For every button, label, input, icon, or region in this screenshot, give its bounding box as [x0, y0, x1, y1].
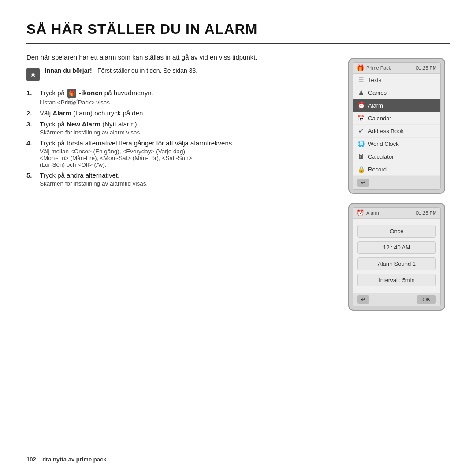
step-1-num: 1.	[26, 89, 35, 97]
phone-footer-1: ↩	[353, 176, 440, 189]
step-3-text: Tryck på New Alarm (Nytt alarm).	[40, 120, 139, 128]
step-1: 1. Tryck på 🎁Prime Pack -ikonen på huvud…	[26, 89, 335, 106]
alarm-options-container: Once 12 : 40 AM Alarm Sound 1 Interval :…	[353, 219, 440, 293]
step-3: 3. Tryck på New Alarm (Nytt alarm). Skär…	[26, 120, 335, 136]
page-title: SÅ HÄR STÄLLER DU IN ALARM	[26, 21, 450, 44]
step-2: 2. Välj Alarm (Larm) och tryck på den.	[26, 109, 335, 117]
note-text: Innan du börjar! - Först ställer du in t…	[45, 67, 197, 74]
world-clock-icon: 🌐	[357, 140, 364, 147]
menu-label-texts: Texts	[368, 77, 381, 83]
games-icon: ♟	[357, 89, 364, 96]
phone-header-time-2: 01:25 PM	[416, 210, 437, 216]
address-book-icon: ✔	[357, 127, 364, 134]
step-4-num: 4.	[26, 139, 35, 147]
menu-item-world-clock[interactable]: 🌐 World Clock	[353, 138, 440, 150]
phone-header-title-1: Prime Pack	[366, 65, 391, 71]
phone-header-time-1: 01:25 PM	[416, 65, 437, 71]
step-3-sub: Skärmen för inställning av alarm visas.	[40, 129, 141, 136]
menu-item-texts[interactable]: ☰ Texts	[353, 74, 440, 86]
menu-label-alarm: Alarm	[368, 102, 383, 109]
step-1-suffix: på huvudmenyn.	[103, 89, 153, 97]
menu-label-world-clock: World Clock	[368, 141, 399, 147]
page-footer: 102 _ dra nytta av prime pack	[26, 456, 106, 463]
texts-icon: ☰	[357, 76, 364, 83]
alarm-option-time[interactable]: 12 : 40 AM	[357, 241, 436, 254]
intro-text: Den här spelaren har ett alarm som kan s…	[26, 53, 335, 61]
alarm-option-interval[interactable]: Interval : 5min	[357, 274, 436, 286]
phone-mockup-1: 🎁 Prime Pack 01:25 PM ☰ Texts ♟ Games	[348, 58, 445, 194]
menu-item-record[interactable]: 🔒 Record	[353, 163, 440, 176]
phone-screen-1: 🎁 Prime Pack 01:25 PM ☰ Texts ♟ Games	[353, 62, 441, 190]
step-5-text: Tryck på andra alternativet.	[40, 171, 119, 179]
calculator-icon: 🖩	[357, 153, 364, 160]
note-bold: Innan du börjar! -	[45, 67, 96, 74]
back-button-1[interactable]: ↩	[357, 178, 369, 187]
phone-header-left-2: ⏰ Alarm	[357, 209, 379, 216]
alarm-sound-label: Alarm Sound 1	[378, 260, 416, 267]
menu-label-record: Record	[368, 166, 387, 173]
alarm-footer: ↩ OK	[353, 293, 440, 306]
phone-header-title-2: Alarm	[366, 210, 379, 216]
star-icon: ★	[26, 68, 40, 81]
menu-label-calendar: Calendar	[368, 115, 391, 122]
record-icon: 🔒	[357, 166, 364, 173]
menu-item-alarm[interactable]: ⏰ Alarm	[353, 99, 440, 112]
alarm-interval-label: Interval : 5min	[379, 277, 415, 283]
menu-label-address-book: Address Book	[368, 128, 404, 134]
step-3-bold: New Alarm	[67, 120, 100, 128]
steps-list: 1. Tryck på 🎁Prime Pack -ikonen på huvud…	[26, 89, 335, 187]
step-1-bold: -ikonen	[79, 89, 102, 97]
menu-label-games: Games	[368, 89, 387, 96]
step-2-prefix: Välj Alarm (Larm) och tryck på den.	[40, 109, 145, 117]
step-5-sub: Skärmen för inställning av alarmtid visa…	[40, 180, 148, 187]
step-4-text: Tryck på första alternativet flera gånge…	[40, 139, 234, 147]
left-column: Den här spelaren har ett alarm som kan s…	[26, 53, 335, 311]
step-3-num: 3.	[26, 120, 35, 128]
alarm-once-label: Once	[390, 228, 403, 234]
step-4-content: Tryck på första alternativet flera gånge…	[40, 139, 234, 168]
step-5: 5. Tryck på andra alternativet. Skärmen …	[26, 171, 335, 187]
phone-screen-2: ⏰ Alarm 01:25 PM Once 12 : 40 AM	[353, 207, 441, 306]
alarm-time-label: 12 : 40 AM	[383, 244, 410, 251]
step-2-content: Välj Alarm (Larm) och tryck på den.	[40, 109, 145, 117]
calendar-icon: 📅	[357, 115, 364, 122]
step-1-prefix: Tryck på	[40, 89, 67, 97]
step-5-content: Tryck på andra alternativet. Skärmen för…	[40, 171, 148, 187]
prime-pack-header-icon: 🎁	[357, 64, 364, 71]
alarm-header-icon: ⏰	[357, 209, 364, 216]
alarm-icon: ⏰	[357, 102, 364, 109]
step-4: 4. Tryck på första alternativet flera gå…	[26, 139, 335, 168]
step-1-content: Tryck på 🎁Prime Pack -ikonen på huvudmen…	[40, 89, 153, 106]
menu-item-address-book[interactable]: ✔ Address Book	[353, 125, 440, 138]
step-4-sub: Välj mellan <Once> (En gång), <Everyday>…	[40, 148, 234, 168]
page: SÅ HÄR STÄLLER DU IN ALARM Den här spela…	[0, 0, 476, 476]
ok-button[interactable]: OK	[417, 295, 436, 304]
right-column: 🎁 Prime Pack 01:25 PM ☰ Texts ♟ Games	[348, 58, 450, 311]
phone-header-left-1: 🎁 Prime Pack	[357, 64, 391, 71]
step-2-num: 2.	[26, 109, 35, 117]
menu-item-calendar[interactable]: 📅 Calendar	[353, 112, 440, 125]
phone-header-1: 🎁 Prime Pack 01:25 PM	[353, 63, 440, 74]
prime-pack-icon: 🎁Prime Pack	[67, 89, 76, 98]
note-box: ★ Innan du börjar! - Först ställer du in…	[26, 67, 335, 81]
alarm-option-once[interactable]: Once	[357, 225, 436, 238]
menu-item-calculator[interactable]: 🖩 Calculator	[353, 150, 440, 163]
step-3-content: Tryck på New Alarm (Nytt alarm). Skärmen…	[40, 120, 141, 136]
menu-label-calculator: Calculator	[368, 153, 394, 160]
prime-pack-icon-container: 🎁Prime Pack	[67, 89, 77, 98]
step-2-bold: Alarm	[52, 109, 71, 117]
main-layout: Den här spelaren har ett alarm som kan s…	[26, 53, 450, 311]
back-button-2[interactable]: ↩	[357, 295, 369, 304]
menu-item-games[interactable]: ♟ Games	[353, 86, 440, 99]
step-5-num: 5.	[26, 171, 35, 179]
phone-header-2: ⏰ Alarm 01:25 PM	[353, 208, 440, 219]
step-1-sub: Listan <Prime Pack> visas.	[40, 99, 153, 106]
phone-mockup-2: ⏰ Alarm 01:25 PM Once 12 : 40 AM	[348, 203, 445, 311]
alarm-option-sound[interactable]: Alarm Sound 1	[357, 257, 436, 270]
note-content: Först ställer du in tiden. Se sidan 33.	[96, 67, 197, 74]
